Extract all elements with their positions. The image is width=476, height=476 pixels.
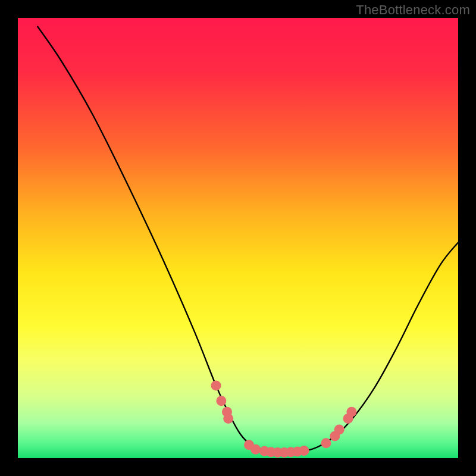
plot-background [18,18,458,458]
scatter-point [299,446,309,456]
scatter-point [216,396,226,406]
watermark-text: TheBottleneck.com [356,2,470,18]
scatter-point [321,438,331,448]
chart-frame: TheBottleneck.com [0,0,476,476]
scatter-point [223,414,233,424]
scatter-point [250,444,261,455]
scatter-point [334,424,345,434]
scatter-point [346,407,356,417]
bottleneck-chart [0,0,476,476]
scatter-point [211,380,221,390]
